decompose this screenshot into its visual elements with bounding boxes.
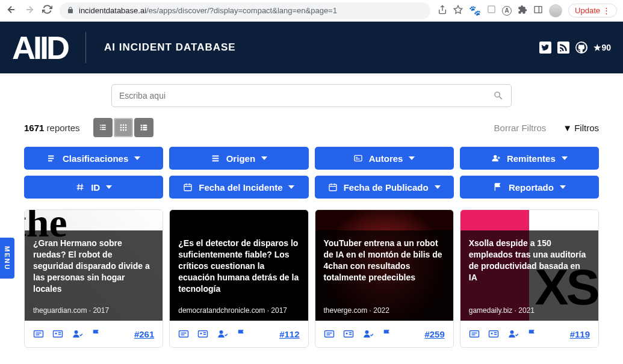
results-count: 1671 reportes <box>24 123 80 133</box>
rss-icon[interactable] <box>557 42 569 54</box>
svg-rect-61 <box>324 331 333 338</box>
view-detail-button[interactable] <box>93 118 113 137</box>
incident-link[interactable]: #259 <box>424 329 444 339</box>
card-action-icon[interactable] <box>469 329 480 339</box>
svg-rect-14 <box>125 125 126 126</box>
svg-rect-28 <box>48 158 54 159</box>
svg-rect-12 <box>120 125 121 126</box>
filters-toggle[interactable]: ▼ Filtros <box>563 123 599 133</box>
card-action-icon[interactable] <box>382 329 392 339</box>
svg-rect-22 <box>143 125 147 126</box>
site-logo[interactable]: AIID <box>12 29 67 66</box>
card-action-icon[interactable] <box>236 329 247 339</box>
url-text: incidentdatabase.ai/es/apps/discover/?di… <box>79 6 337 15</box>
extension-icon-3[interactable]: A <box>502 6 512 16</box>
filter-id[interactable]: ID <box>24 176 163 199</box>
panel-icon[interactable] <box>533 5 543 17</box>
incident-card[interactable]: ¿Es el detector de disparos lo suficient… <box>169 209 308 348</box>
svg-rect-45 <box>34 331 43 338</box>
filter-fecha-de-publicado[interactable]: Fecha de Publicado <box>315 176 454 199</box>
share-icon[interactable] <box>438 5 447 17</box>
reload-button[interactable] <box>42 4 52 17</box>
filter-fecha-del-incidente[interactable]: Fecha del Incidente <box>169 176 308 199</box>
svg-rect-69 <box>470 331 479 338</box>
view-list-button[interactable] <box>134 118 153 137</box>
search-input[interactable] <box>119 91 493 100</box>
filter-autores[interactable]: Autores <box>315 147 454 170</box>
view-grid-button[interactable] <box>114 118 133 137</box>
filter-clasificaciones[interactable]: Clasificaciones <box>24 147 163 170</box>
card-action-icon[interactable] <box>178 329 189 339</box>
extension-icon-2[interactable] <box>487 5 496 16</box>
search-box[interactable] <box>111 84 512 107</box>
svg-rect-7 <box>101 127 105 128</box>
filter-remitentes[interactable]: Remitentes <box>460 147 599 170</box>
filter-origen[interactable]: Origen <box>169 147 308 170</box>
svg-rect-35 <box>356 159 360 159</box>
card-title: ¿Gran Hermano sobre ruedas? El robot de … <box>33 238 154 294</box>
card-source: democratandchronicle.com · 2017 <box>178 306 287 315</box>
card-action-icon[interactable] <box>72 329 82 339</box>
card-title: Xsolla despide a 150 empleados tras una … <box>469 238 590 283</box>
profile-avatar[interactable] <box>549 4 562 17</box>
card-action-icon[interactable] <box>324 329 335 339</box>
incident-link[interactable]: #112 <box>279 329 299 339</box>
card-action-icon[interactable] <box>33 329 44 339</box>
svg-point-68 <box>365 330 368 334</box>
svg-rect-27 <box>48 155 54 156</box>
lock-icon <box>67 7 74 15</box>
card-action-icon[interactable] <box>343 329 354 339</box>
back-button[interactable] <box>6 4 17 17</box>
bookmark-icon[interactable] <box>453 5 463 17</box>
card-action-icon[interactable] <box>91 329 102 339</box>
svg-rect-13 <box>122 125 123 126</box>
github-icon[interactable] <box>575 42 587 54</box>
svg-rect-31 <box>212 158 219 159</box>
svg-rect-16 <box>122 127 123 128</box>
svg-point-65 <box>346 333 347 335</box>
svg-point-57 <box>200 333 202 335</box>
menu-tab[interactable]: MENU <box>0 238 14 279</box>
search-icon[interactable] <box>493 90 504 101</box>
card-title: ¿Es el detector de disparos lo suficient… <box>178 238 299 294</box>
card-source: theverge.com · 2022 <box>324 306 389 315</box>
card-source: gamedaily.biz · 2021 <box>469 306 535 315</box>
clear-filters-button[interactable]: Borrar Filtros <box>494 123 547 133</box>
update-button[interactable]: Update ⋮ <box>568 4 617 17</box>
svg-rect-23 <box>140 127 141 128</box>
card-source: theguardian.com · 2017 <box>33 306 109 315</box>
star-count[interactable]: ★90 <box>594 43 611 52</box>
twitter-icon[interactable] <box>539 42 551 54</box>
svg-point-49 <box>55 333 57 335</box>
svg-rect-8 <box>101 129 105 130</box>
svg-rect-1 <box>535 6 542 13</box>
incident-link[interactable]: #261 <box>134 329 154 339</box>
svg-rect-17 <box>125 127 126 128</box>
card-action-icon[interactable] <box>507 329 518 339</box>
svg-point-36 <box>494 155 497 158</box>
extension-icon[interactable]: 🐾 <box>469 5 481 16</box>
address-bar[interactable]: incidentdatabase.ai/es/apps/discover/?di… <box>60 2 430 19</box>
svg-rect-21 <box>140 125 141 126</box>
incident-link[interactable]: #119 <box>570 329 590 339</box>
svg-rect-30 <box>212 155 219 156</box>
card-action-icon[interactable] <box>527 329 538 339</box>
card-action-icon[interactable] <box>362 329 373 339</box>
card-action-icon[interactable] <box>217 329 228 339</box>
svg-point-73 <box>491 333 492 335</box>
card-action-icon[interactable] <box>197 329 208 339</box>
extensions-icon[interactable] <box>518 5 527 17</box>
card-action-icon[interactable] <box>488 329 499 339</box>
svg-rect-20 <box>125 129 126 131</box>
incident-card[interactable]: XSO Xsolla despide a 150 empleados tras … <box>460 209 599 348</box>
svg-rect-25 <box>140 129 141 130</box>
incident-card[interactable]: YouTuber entrena a un robot de IA en el … <box>315 209 454 348</box>
incident-card[interactable]: the ¿Gran Hermano sobre ruedas? El robot… <box>24 209 163 348</box>
filter-reportado[interactable]: Reportado <box>460 176 599 199</box>
card-title: YouTuber entrena a un robot de IA en el … <box>324 238 445 283</box>
card-action-icon[interactable] <box>52 329 63 339</box>
svg-rect-19 <box>122 129 123 131</box>
forward-button[interactable] <box>24 4 35 17</box>
svg-rect-33 <box>355 155 362 161</box>
svg-rect-34 <box>356 157 358 158</box>
